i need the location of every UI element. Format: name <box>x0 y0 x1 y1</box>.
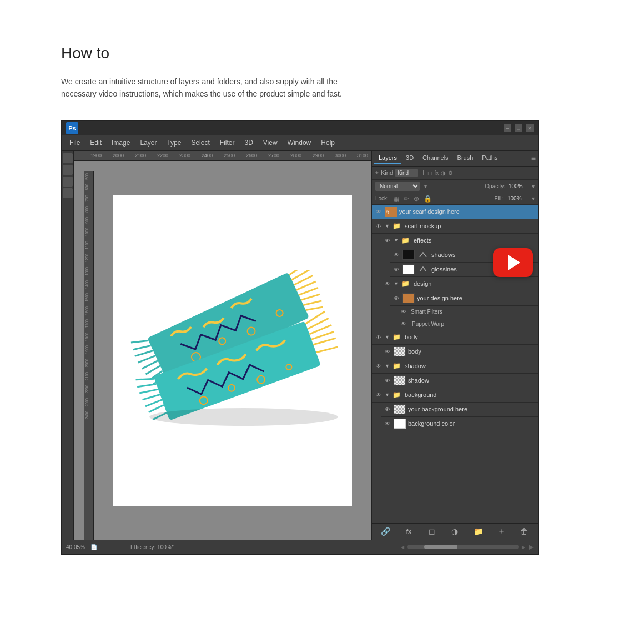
tab-brush[interactable]: Brush <box>453 152 478 164</box>
smart-filter-eye[interactable]: 👁 <box>401 309 406 315</box>
menu-type[interactable]: Type <box>162 138 185 148</box>
folder-add-icon[interactable]: 📁 <box>471 525 485 538</box>
layer-your-design-here[interactable]: 👁 your design here <box>390 291 538 306</box>
layer-body[interactable]: 👁 body <box>381 345 538 359</box>
lock-position-icon[interactable]: ⊕ <box>414 195 419 203</box>
eye-icon-design[interactable]: 👁 <box>383 279 392 288</box>
eye-icon-shadows[interactable]: 👁 <box>392 250 401 259</box>
eye-icon-shadow[interactable]: 👁 <box>383 376 392 385</box>
eye-icon-body[interactable]: 👁 <box>383 347 392 356</box>
description-text: We create an intuitive structure of laye… <box>61 76 372 100</box>
close-button[interactable]: ✕ <box>526 124 534 132</box>
layer-your-background[interactable]: 👁 your background here <box>381 402 538 417</box>
tab-layers[interactable]: Layers <box>374 152 401 164</box>
svg-line-34 <box>316 345 338 354</box>
eye-icon-bg-color[interactable]: 👁 <box>383 419 392 428</box>
expand-body[interactable]: ▼ <box>385 334 390 340</box>
ruler-num-3000: 3000 <box>329 153 351 158</box>
ruler-num-2000: 2000 <box>107 153 129 158</box>
nav-back-icon[interactable]: ◄ <box>400 544 405 550</box>
ruler-num-2800: 2800 <box>285 153 307 158</box>
eye-icon-glossines[interactable]: 👁 <box>392 265 401 274</box>
layer-background-color[interactable]: 👁 background color <box>381 417 538 431</box>
youtube-button[interactable] <box>493 248 533 277</box>
panel-menu-icon[interactable]: ≡ <box>531 154 536 163</box>
filter-dropdown[interactable]: Kind <box>395 169 418 177</box>
ps-window: Ps – □ ✕ File Edit Image Layer Type Sele… <box>61 120 539 555</box>
menu-view[interactable]: View <box>259 138 282 148</box>
layer-your-scarf-design[interactable]: 👁 ↯ your scarf design here <box>372 205 538 219</box>
eye-icon-your-design[interactable]: 👁 <box>392 294 401 303</box>
puppet-warp-eye[interactable]: 👁 <box>401 321 410 327</box>
lock-all-icon[interactable]: 🔒 <box>424 195 432 203</box>
layer-shadow[interactable]: 👁 shadow <box>381 374 538 388</box>
ruler-num-2500: 2500 <box>218 153 240 158</box>
menu-help[interactable]: Help <box>316 138 339 148</box>
add-mask-icon[interactable]: ◻ <box>425 525 439 538</box>
layer-name-shadow-group: shadow <box>405 363 536 369</box>
adjustment-icon[interactable]: ◑ <box>448 525 461 538</box>
scroll-thumb[interactable] <box>424 545 457 549</box>
menu-filter[interactable]: Filter <box>215 138 239 148</box>
layer-background-group[interactable]: 👁 ▼ 📁 background <box>372 388 538 402</box>
maximize-button[interactable]: □ <box>515 124 522 132</box>
eye-icon-bg-group[interactable]: 👁 <box>374 390 383 399</box>
folder-icon-scarf-mockup: 📁 <box>390 221 402 231</box>
eye-icon-effects[interactable]: 👁 <box>383 236 392 245</box>
layer-design-group[interactable]: 👁 ▼ 📁 design <box>381 277 538 291</box>
smart-filter-label: Smart Filters <box>411 309 442 315</box>
layer-body-group[interactable]: 👁 ▼ 📁 body <box>372 330 538 345</box>
filter-fx-icon: fx <box>434 170 439 176</box>
menu-edit[interactable]: Edit <box>85 138 106 148</box>
layer-scarf-mockup[interactable]: 👁 ▼ 📁 scarf mockup <box>372 219 538 234</box>
menu-3d[interactable]: 3D <box>240 138 257 148</box>
lock-brush-icon[interactable]: ✏ <box>404 195 409 203</box>
filter-label: Kind <box>381 169 393 176</box>
menu-select[interactable]: Select <box>187 138 214 148</box>
delete-layer-icon[interactable]: 🗑 <box>517 525 531 538</box>
tab-channels[interactable]: Channels <box>418 152 452 164</box>
blend-mode-dropdown[interactable]: Normal <box>375 182 420 191</box>
eye-icon-scarf[interactable]: 👁 <box>374 207 383 216</box>
ps-canvas-content: 500 600 700 800 900 1000 1100 1200 1300 … <box>84 161 371 540</box>
minimize-button[interactable]: – <box>504 124 511 132</box>
svg-rect-42 <box>403 293 414 303</box>
layer-effects[interactable]: 👁 ▼ 📁 effects <box>381 234 538 248</box>
eye-icon-your-bg[interactable]: 👁 <box>383 405 392 414</box>
svg-line-23 <box>137 380 156 390</box>
expand-shadow[interactable]: ▼ <box>385 363 390 369</box>
folder-icon-body: 📁 <box>390 332 402 342</box>
tab-3d[interactable]: 3D <box>401 152 418 164</box>
expand-scarf-mockup[interactable]: ▼ <box>385 223 390 229</box>
ruler-num-2300: 2300 <box>174 153 196 158</box>
menu-window[interactable]: Window <box>283 138 316 148</box>
new-layer-icon[interactable]: ＋ <box>495 525 508 538</box>
lock-transparent-icon[interactable]: ▦ <box>393 195 399 203</box>
layer-shadow-group[interactable]: 👁 ▼ 📁 shadow <box>372 359 538 374</box>
expand-background[interactable]: ▼ <box>385 392 390 398</box>
menu-file[interactable]: File <box>65 138 84 148</box>
fx-icon[interactable]: fx <box>402 525 415 538</box>
menu-image[interactable]: Image <box>107 138 134 148</box>
link-icon[interactable]: 🔗 <box>379 525 393 538</box>
eye-icon-scarf-mockup[interactable]: 👁 <box>374 222 383 230</box>
ps-screenshot: Ps – □ ✕ File Edit Image Layer Type Sele… <box>61 120 539 555</box>
layer-thumb-shadow <box>394 375 406 385</box>
opacity-arrow: ▾ <box>532 183 535 189</box>
expand-effects[interactable]: ▼ <box>394 238 399 243</box>
eye-icon-body-group[interactable]: 👁 <box>374 333 383 341</box>
tab-paths[interactable]: Paths <box>477 152 502 164</box>
layer-thumb-scarf: ↯ <box>385 207 397 217</box>
menu-layer[interactable]: Layer <box>135 138 161 148</box>
layer-name-shadow: shadow <box>408 377 536 384</box>
status-arrow-icon[interactable]: ▶ <box>529 543 534 551</box>
filter-shape-icon: ◻ <box>427 170 432 176</box>
expand-design[interactable]: ▼ <box>394 281 399 286</box>
ruler-num-2600: 2600 <box>240 153 263 158</box>
eye-icon-shadow-group[interactable]: 👁 <box>374 361 383 370</box>
folder-icon-design: 📁 <box>399 279 411 289</box>
puppet-warp-row: 👁 Puppet Warp <box>399 318 538 330</box>
filter-type-icon: T <box>421 169 425 177</box>
page-title: How to <box>61 44 583 62</box>
nav-forward-icon[interactable]: ► <box>521 544 526 550</box>
